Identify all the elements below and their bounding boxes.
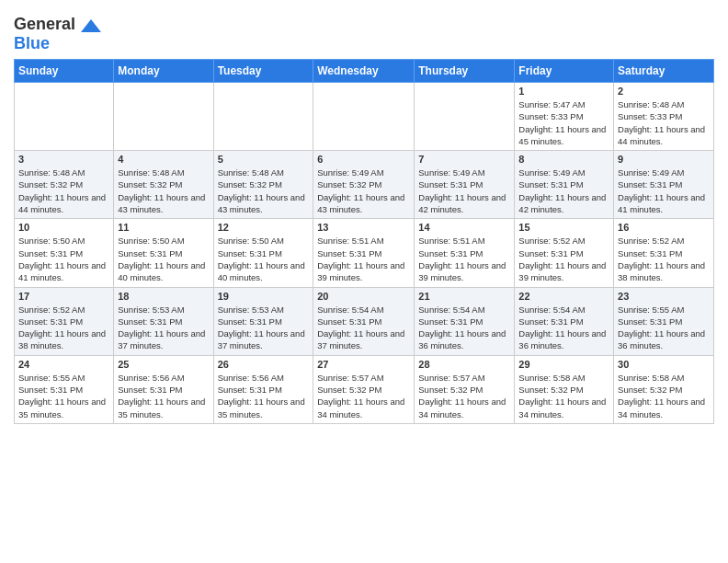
day-info: Sunrise: 5:49 AM Sunset: 5:31 PM Dayligh… (418, 167, 510, 215)
week-row-1: 1Sunrise: 5:47 AM Sunset: 5:33 PM Daylig… (15, 83, 714, 151)
calendar-cell: 5Sunrise: 5:48 AM Sunset: 5:32 PM Daylig… (213, 151, 313, 219)
day-number: 6 (317, 154, 410, 165)
day-number: 3 (18, 154, 109, 165)
day-info: Sunrise: 5:50 AM Sunset: 5:31 PM Dayligh… (18, 235, 109, 283)
day-number: 27 (317, 359, 410, 370)
calendar-cell (15, 83, 114, 151)
day-number: 21 (418, 291, 510, 302)
day-number: 13 (317, 222, 410, 233)
week-row-5: 24Sunrise: 5:55 AM Sunset: 5:31 PM Dayli… (15, 355, 714, 423)
day-info: Sunrise: 5:58 AM Sunset: 5:32 PM Dayligh… (518, 372, 609, 420)
day-info: Sunrise: 5:47 AM Sunset: 5:33 PM Dayligh… (518, 98, 609, 147)
day-info: Sunrise: 5:49 AM Sunset: 5:31 PM Dayligh… (618, 167, 710, 215)
day-info: Sunrise: 5:51 AM Sunset: 5:31 PM Dayligh… (317, 235, 410, 283)
calendar-cell: 26Sunrise: 5:56 AM Sunset: 5:31 PM Dayli… (213, 355, 313, 423)
day-number: 15 (518, 222, 609, 233)
calendar-cell: 24Sunrise: 5:55 AM Sunset: 5:31 PM Dayli… (15, 355, 114, 423)
calendar-cell (114, 83, 213, 151)
weekday-header-monday: Monday (114, 60, 213, 83)
weekday-header-friday: Friday (515, 60, 614, 83)
day-info: Sunrise: 5:49 AM Sunset: 5:32 PM Dayligh… (317, 167, 410, 215)
day-number: 26 (218, 359, 310, 370)
day-info: Sunrise: 5:54 AM Sunset: 5:31 PM Dayligh… (317, 304, 410, 352)
day-number: 9 (618, 154, 710, 165)
day-number: 20 (317, 291, 410, 302)
calendar-cell: 19Sunrise: 5:53 AM Sunset: 5:31 PM Dayli… (213, 287, 313, 355)
calendar-cell: 18Sunrise: 5:53 AM Sunset: 5:31 PM Dayli… (114, 287, 213, 355)
day-info: Sunrise: 5:51 AM Sunset: 5:31 PM Dayligh… (418, 235, 510, 283)
day-info: Sunrise: 5:53 AM Sunset: 5:31 PM Dayligh… (218, 304, 310, 352)
logo-text-general: General (14, 15, 75, 33)
day-number: 11 (118, 222, 209, 233)
day-info: Sunrise: 5:48 AM Sunset: 5:33 PM Dayligh… (618, 98, 710, 147)
day-info: Sunrise: 5:57 AM Sunset: 5:32 PM Dayligh… (418, 372, 510, 420)
calendar-cell: 25Sunrise: 5:56 AM Sunset: 5:31 PM Dayli… (114, 355, 213, 423)
day-number: 30 (618, 359, 710, 370)
logo-text-blue: Blue (14, 34, 50, 52)
calendar-cell: 22Sunrise: 5:54 AM Sunset: 5:31 PM Dayli… (515, 287, 614, 355)
calendar-cell: 11Sunrise: 5:50 AM Sunset: 5:31 PM Dayli… (114, 219, 213, 287)
calendar-cell: 10Sunrise: 5:50 AM Sunset: 5:31 PM Dayli… (15, 219, 114, 287)
day-info: Sunrise: 5:50 AM Sunset: 5:31 PM Dayligh… (118, 235, 209, 283)
calendar-cell: 6Sunrise: 5:49 AM Sunset: 5:32 PM Daylig… (313, 151, 415, 219)
weekday-header-row: SundayMondayTuesdayWednesdayThursdayFrid… (15, 60, 714, 83)
day-info: Sunrise: 5:48 AM Sunset: 5:32 PM Dayligh… (218, 167, 310, 215)
day-info: Sunrise: 5:58 AM Sunset: 5:32 PM Dayligh… (618, 372, 710, 420)
calendar-cell: 1Sunrise: 5:47 AM Sunset: 5:33 PM Daylig… (515, 83, 614, 151)
day-number: 7 (418, 154, 510, 165)
weekday-header-saturday: Saturday (614, 60, 714, 83)
calendar-cell (213, 83, 313, 151)
calendar-cell: 12Sunrise: 5:50 AM Sunset: 5:31 PM Dayli… (213, 219, 313, 287)
calendar-cell: 14Sunrise: 5:51 AM Sunset: 5:31 PM Dayli… (415, 219, 515, 287)
day-number: 14 (418, 222, 510, 233)
day-info: Sunrise: 5:50 AM Sunset: 5:31 PM Dayligh… (218, 235, 310, 283)
day-number: 23 (618, 291, 710, 302)
calendar-cell: 2Sunrise: 5:48 AM Sunset: 5:33 PM Daylig… (614, 83, 714, 151)
calendar-cell: 20Sunrise: 5:54 AM Sunset: 5:31 PM Dayli… (313, 287, 415, 355)
day-number: 2 (618, 86, 710, 97)
day-number: 19 (218, 291, 310, 302)
calendar-cell: 16Sunrise: 5:52 AM Sunset: 5:31 PM Dayli… (614, 219, 714, 287)
calendar-cell (313, 83, 415, 151)
calendar-cell: 8Sunrise: 5:49 AM Sunset: 5:31 PM Daylig… (515, 151, 614, 219)
day-number: 22 (518, 291, 609, 302)
day-info: Sunrise: 5:53 AM Sunset: 5:31 PM Dayligh… (118, 304, 209, 352)
weekday-header-sunday: Sunday (15, 60, 114, 83)
calendar-cell: 9Sunrise: 5:49 AM Sunset: 5:31 PM Daylig… (614, 151, 714, 219)
calendar-cell: 15Sunrise: 5:52 AM Sunset: 5:31 PM Dayli… (515, 219, 614, 287)
day-info: Sunrise: 5:57 AM Sunset: 5:32 PM Dayligh… (317, 372, 410, 420)
day-info: Sunrise: 5:52 AM Sunset: 5:31 PM Dayligh… (518, 235, 609, 283)
calendar-cell: 28Sunrise: 5:57 AM Sunset: 5:32 PM Dayli… (415, 355, 515, 423)
day-info: Sunrise: 5:54 AM Sunset: 5:31 PM Dayligh… (518, 304, 609, 352)
calendar-cell: 3Sunrise: 5:48 AM Sunset: 5:32 PM Daylig… (15, 151, 114, 219)
day-info: Sunrise: 5:52 AM Sunset: 5:31 PM Dayligh… (18, 304, 109, 352)
day-number: 8 (518, 154, 609, 165)
day-info: Sunrise: 5:52 AM Sunset: 5:31 PM Dayligh… (618, 235, 710, 283)
week-row-2: 3Sunrise: 5:48 AM Sunset: 5:32 PM Daylig… (15, 151, 714, 219)
day-number: 12 (218, 222, 310, 233)
day-info: Sunrise: 5:55 AM Sunset: 5:31 PM Dayligh… (18, 372, 109, 420)
calendar-cell: 13Sunrise: 5:51 AM Sunset: 5:31 PM Dayli… (313, 219, 415, 287)
day-number: 1 (518, 86, 609, 97)
calendar-cell: 17Sunrise: 5:52 AM Sunset: 5:31 PM Dayli… (15, 287, 114, 355)
day-number: 28 (418, 359, 510, 370)
day-info: Sunrise: 5:49 AM Sunset: 5:31 PM Dayligh… (518, 167, 609, 215)
day-info: Sunrise: 5:56 AM Sunset: 5:31 PM Dayligh… (118, 372, 209, 420)
day-info: Sunrise: 5:54 AM Sunset: 5:31 PM Dayligh… (418, 304, 510, 352)
day-number: 24 (18, 359, 109, 370)
calendar-cell: 27Sunrise: 5:57 AM Sunset: 5:32 PM Dayli… (313, 355, 415, 423)
calendar-cell (415, 83, 515, 151)
logo-triangle-icon (81, 19, 101, 32)
day-number: 18 (118, 291, 209, 302)
calendar-table: SundayMondayTuesdayWednesdayThursdayFrid… (14, 59, 714, 424)
calendar-cell: 30Sunrise: 5:58 AM Sunset: 5:32 PM Dayli… (614, 355, 714, 423)
day-info: Sunrise: 5:48 AM Sunset: 5:32 PM Dayligh… (118, 167, 209, 215)
day-number: 17 (18, 291, 109, 302)
day-info: Sunrise: 5:48 AM Sunset: 5:32 PM Dayligh… (18, 167, 109, 215)
day-number: 29 (518, 359, 609, 370)
calendar-cell: 21Sunrise: 5:54 AM Sunset: 5:31 PM Dayli… (415, 287, 515, 355)
calendar-cell: 23Sunrise: 5:55 AM Sunset: 5:31 PM Dayli… (614, 287, 714, 355)
calendar-cell: 29Sunrise: 5:58 AM Sunset: 5:32 PM Dayli… (515, 355, 614, 423)
day-info: Sunrise: 5:56 AM Sunset: 5:31 PM Dayligh… (218, 372, 310, 420)
logo: General Blue (14, 15, 101, 53)
